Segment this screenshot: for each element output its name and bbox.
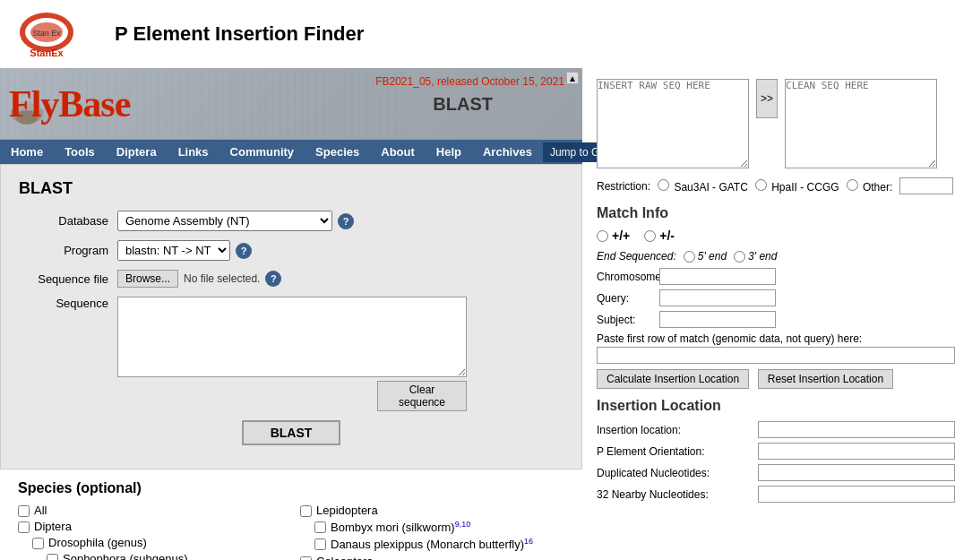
- lepidoptera-item: Lepidoptera: [300, 504, 564, 517]
- browse-button[interactable]: Browse...: [117, 270, 178, 288]
- nearby-nucleotides-label: 32 Nearby Nucleotides:: [597, 488, 758, 501]
- blast-form-title: BLAST: [19, 179, 564, 198]
- dup-nucleotides-input[interactable]: [758, 464, 955, 481]
- logo-area: StanEx Stan Ex: [14, 7, 79, 61]
- nav-archives[interactable]: Archives: [472, 140, 543, 164]
- sophophora-checkbox[interactable]: [47, 554, 58, 560]
- nav-tools[interactable]: Tools: [54, 140, 106, 164]
- nav-about[interactable]: About: [370, 140, 426, 164]
- ins-location-input[interactable]: [758, 421, 955, 438]
- chromosome-input[interactable]: [659, 268, 776, 285]
- five-prime-label[interactable]: 5' end: [684, 250, 727, 263]
- raw-seq-textarea[interactable]: [597, 79, 749, 168]
- dup-nucleotides-label: Duplicated Nucleotides:: [597, 467, 758, 479]
- lepidoptera-label: Lepidoptera: [316, 504, 378, 517]
- insertion-location-title: Insertion Location: [597, 398, 955, 414]
- species-col-right: Lepidoptera Bombyx mori (silkworm)9,10 D…: [300, 504, 564, 560]
- nav-community[interactable]: Community: [219, 140, 305, 164]
- other-radio[interactable]: [847, 179, 858, 191]
- diptera-item: Diptera: [18, 520, 282, 533]
- flybase-nav: Home Tools Diptera Links Community Speci…: [0, 140, 582, 164]
- nearby-nucleotides-input[interactable]: [758, 486, 955, 503]
- bombyx-item: Bombyx mori (silkworm)9,10: [300, 520, 564, 534]
- all-checkbox[interactable]: [18, 505, 30, 517]
- plus-minus-radio[interactable]: [644, 230, 656, 242]
- subject-input[interactable]: [659, 311, 776, 328]
- drosophila-genus-checkbox[interactable]: [32, 538, 44, 549]
- database-row: Database Genome Assembly (NT) ?: [19, 211, 564, 231]
- page-title: P Element Insertion Finder: [115, 22, 364, 46]
- p-orientation-input[interactable]: [758, 443, 955, 460]
- species-col-left: All Diptera Drosophila (genus) Sophophor…: [18, 504, 282, 560]
- clear-sequence-button[interactable]: Clear sequence: [377, 381, 467, 411]
- insertion-location-section: Insertion Location Insertion location: P…: [597, 398, 955, 503]
- database-select[interactable]: Genome Assembly (NT): [117, 211, 332, 231]
- seqfile-help-icon[interactable]: ?: [265, 271, 281, 287]
- sau3ai-radio[interactable]: [658, 179, 669, 191]
- reset-insertion-button[interactable]: Reset Insertion Location: [758, 369, 893, 389]
- program-help-icon[interactable]: ?: [236, 243, 252, 259]
- blast-header-label: BLAST: [433, 93, 493, 114]
- svg-text:StanEx: StanEx: [30, 47, 64, 58]
- sau3ai-label[interactable]: Sau3AI - GATC: [658, 179, 748, 194]
- five-prime-radio[interactable]: [684, 251, 695, 263]
- sophophora-item: Sophophora (subgenus): [18, 552, 282, 560]
- paste-row: Paste first row of match (genomic data, …: [597, 332, 955, 364]
- nav-species[interactable]: Species: [305, 140, 370, 164]
- plus-minus-label[interactable]: +/-: [644, 228, 675, 243]
- chromosome-row: Chromosome:: [597, 268, 955, 285]
- blast-submit-button[interactable]: BLAST: [242, 420, 341, 445]
- query-input[interactable]: [659, 289, 776, 306]
- p-orientation-label: P Element Orientation:: [597, 445, 758, 458]
- subject-label: Subject:: [597, 314, 659, 326]
- hpaii-label[interactable]: HpaII - CCGG: [755, 179, 839, 194]
- other-restriction-input[interactable]: [899, 177, 953, 194]
- p-orientation-row: P Element Orientation:: [597, 443, 955, 460]
- database-help-icon[interactable]: ?: [338, 213, 354, 229]
- paste-label: Paste first row of match (genomic data, …: [597, 332, 862, 345]
- blast-form-area: BLAST Database Genome Assembly (NT) ? Pr…: [0, 164, 582, 470]
- convert-arrow-button[interactable]: >>: [756, 79, 778, 118]
- sequence-textarea[interactable]: [117, 297, 467, 377]
- seqfile-row: Sequence file Browse... No file selected…: [19, 270, 564, 288]
- program-select[interactable]: blastn: NT -> NT: [117, 240, 230, 261]
- database-label: Database: [19, 214, 117, 228]
- stanex-logo: StanEx Stan Ex: [14, 7, 79, 61]
- diptera-label: Diptera: [34, 520, 72, 533]
- drosophila-genus-item: Drosophila (genus): [18, 536, 282, 549]
- hpaii-radio[interactable]: [755, 179, 767, 191]
- arrow-wrapper: >>: [756, 79, 778, 118]
- coleoptera-checkbox[interactable]: [300, 556, 312, 560]
- subject-row: Subject:: [597, 311, 955, 328]
- sequence-label: Sequence: [19, 297, 117, 310]
- main-layout: FlyBase FB2021_05, released October 15, …: [0, 68, 955, 560]
- raw-seq-wrapper: [597, 79, 749, 168]
- orientation-row: +/+ +/-: [597, 228, 955, 243]
- match-info-title: Match Info: [597, 205, 955, 221]
- banner-scroll-up[interactable]: ▲: [566, 72, 579, 84]
- svg-text:Stan Ex: Stan Ex: [32, 29, 61, 38]
- bombyx-checkbox[interactable]: [314, 521, 326, 533]
- lepidoptera-checkbox[interactable]: [300, 505, 312, 517]
- diptera-checkbox[interactable]: [18, 521, 30, 533]
- sequence-row: Sequence Clear sequence: [19, 297, 564, 411]
- calculate-insertion-button[interactable]: Calculate Insertion Location: [597, 369, 749, 389]
- left-panel: FlyBase FB2021_05, released October 15, …: [0, 68, 582, 560]
- nav-home[interactable]: Home: [0, 140, 54, 164]
- nav-downloads[interactable]: Diptera: [106, 140, 168, 164]
- danaus-checkbox[interactable]: [314, 538, 326, 550]
- three-prime-radio[interactable]: [734, 251, 745, 263]
- plus-plus-label[interactable]: +/+: [597, 228, 630, 243]
- clean-seq-textarea[interactable]: [785, 79, 937, 168]
- coleoptera-label: Coleoptera: [316, 555, 374, 560]
- three-prime-label[interactable]: 3' end: [734, 250, 777, 263]
- bombyx-label: Bombyx mori (silkworm)9,10: [331, 520, 470, 534]
- nav-links[interactable]: Links: [168, 140, 219, 164]
- program-row: Program blastn: NT -> NT ?: [19, 240, 564, 261]
- paste-match-input[interactable]: [597, 347, 955, 364]
- clean-seq-wrapper: [785, 79, 937, 168]
- other-label[interactable]: Other:: [847, 179, 893, 194]
- plus-plus-radio[interactable]: [597, 230, 608, 242]
- nav-help[interactable]: Help: [426, 140, 472, 164]
- dup-nucleotides-row: Duplicated Nucleotides:: [597, 464, 955, 481]
